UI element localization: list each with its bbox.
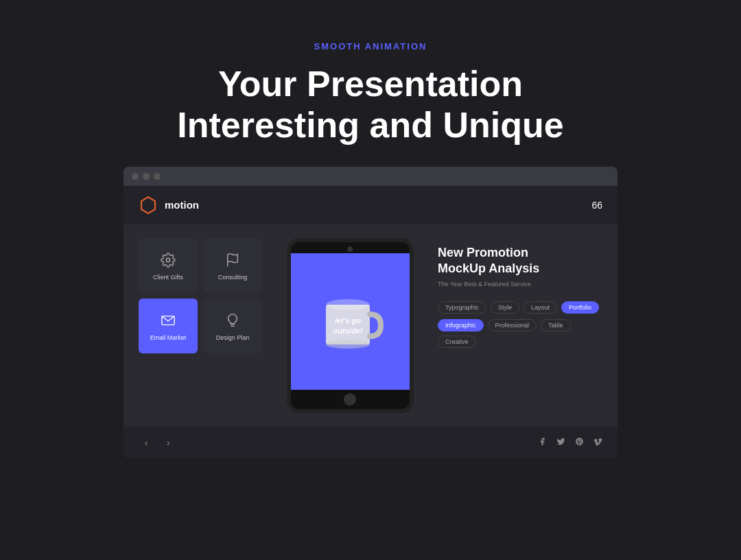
window-dot-1 (132, 173, 139, 180)
service-card-design-plan[interactable]: Design Plan (203, 299, 262, 353)
tags-row-2: Infographic Professional Table Creative (438, 319, 602, 348)
window-footer: ‹ › (124, 427, 618, 458)
svg-rect-6 (326, 305, 370, 345)
header-section: SMOOTH ANIMATION Your Presentation Inter… (177, 0, 563, 167)
smooth-animation-label: SMOOTH ANIMATION (177, 41, 563, 51)
flag-icon (224, 252, 241, 268)
tag-infographic[interactable]: Infographic (438, 319, 484, 331)
tag-layout[interactable]: Layout (524, 301, 557, 314)
svg-point-1 (166, 258, 170, 262)
tablet-camera (347, 246, 353, 252)
facebook-icon[interactable] (538, 437, 547, 448)
window-titlebar (124, 167, 618, 186)
service-card-consulting[interactable]: Consulting (203, 238, 262, 293)
logo-name: motion (165, 199, 199, 211)
design-plan-label: Design Plan (216, 334, 250, 342)
logo-icon (139, 196, 158, 215)
center-mockup: let's go outside! (276, 238, 424, 413)
email-icon (160, 312, 176, 329)
tag-table[interactable]: Table (541, 319, 571, 331)
promo-title: New Promotion MockUp Analysis (438, 245, 602, 277)
promo-subtitle: The Year Best & Featured Service (438, 281, 602, 288)
next-arrow[interactable]: › (161, 435, 176, 450)
nav-arrows: ‹ › (139, 435, 176, 450)
presentation-window: motion 66 Client Gifts (124, 167, 618, 458)
inner-navbar: motion 66 (124, 186, 618, 224)
tag-style[interactable]: Style (491, 301, 519, 314)
svg-point-7 (326, 299, 370, 310)
prev-arrow[interactable]: ‹ (139, 435, 154, 450)
pinterest-icon[interactable] (575, 437, 584, 448)
tablet-home-button (344, 393, 356, 406)
left-sidebar: Client Gifts Consulting (139, 238, 262, 353)
tag-portfolio[interactable]: Portfolio (561, 301, 599, 314)
right-content: New Promotion MockUp Analysis The Year B… (438, 238, 602, 354)
twitter-icon[interactable] (556, 437, 565, 448)
service-card-email-market[interactable]: Email Market (139, 299, 198, 353)
tablet-screen: let's go outside! (291, 253, 410, 390)
content-area: Client Gifts Consulting (124, 224, 618, 427)
tags-row-1: Typographic Style Layout Portfolio (438, 301, 602, 314)
window-dot-3 (154, 173, 161, 180)
window-body: motion 66 Client Gifts (124, 186, 618, 458)
svg-text:let's go: let's go (335, 316, 361, 325)
svg-point-10 (326, 340, 370, 349)
tablet-mockup: let's go outside! (287, 238, 414, 413)
svg-marker-0 (141, 197, 155, 213)
mug-illustration: let's go outside! (312, 285, 388, 358)
tag-professional[interactable]: Professional (488, 319, 537, 331)
email-market-label: Email Market (150, 334, 187, 342)
social-icons (538, 437, 602, 448)
logo-area: motion (139, 196, 199, 215)
service-card-client-gifts[interactable]: Client Gifts (139, 238, 198, 293)
tag-typographic[interactable]: Typographic (438, 301, 486, 314)
svg-text:outside!: outside! (333, 327, 363, 335)
main-title: Your Presentation Interesting and Unique (177, 64, 563, 146)
bulb-icon (224, 312, 241, 329)
window-dot-2 (143, 173, 150, 180)
consulting-label: Consulting (218, 274, 248, 282)
slide-number: 66 (591, 200, 602, 211)
tag-creative[interactable]: Creative (438, 336, 476, 348)
vimeo-icon[interactable] (593, 437, 602, 448)
client-gifts-label: Client Gifts (153, 274, 183, 282)
gear-icon (160, 252, 176, 268)
